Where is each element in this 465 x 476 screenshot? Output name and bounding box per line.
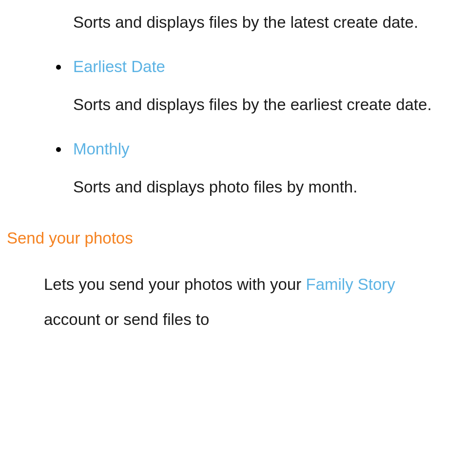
earliest-date-desc: Sorts and displays files by the earliest… — [73, 87, 446, 123]
list-item: Earliest Date Sorts and displays files b… — [0, 49, 465, 123]
earliest-date-title: Earliest Date — [73, 49, 165, 85]
monthly-desc: Sorts and displays photo files by month. — [73, 170, 446, 205]
body-text-part2: account or send files to — [44, 310, 209, 328]
family-story-link[interactable]: Family Story — [306, 275, 395, 293]
monthly-title: Monthly — [73, 132, 130, 167]
latest-date-desc: Sorts and displays files by the latest c… — [0, 5, 465, 40]
body-text-part1: Lets you send your photos with your — [44, 275, 306, 293]
section-body: Lets you send your photos with your Fami… — [0, 267, 465, 338]
list-item: Monthly Sorts and displays photo files b… — [0, 132, 465, 205]
section-heading-send-photos: Send your photos — [0, 221, 465, 256]
